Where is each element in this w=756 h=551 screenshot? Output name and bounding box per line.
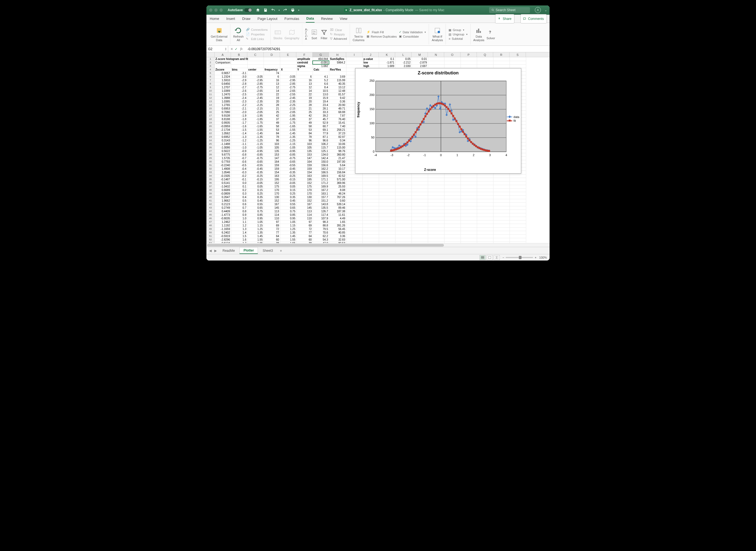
cell-C51[interactable]: 1.45 [247,234,264,238]
cell-A11[interactable]: 1.2470 [215,93,231,96]
cell-P39[interactable] [461,192,477,195]
cell-H7[interactable]: 115.99 [329,78,346,82]
cell-G14[interactable]: 23.4 [313,103,329,107]
row-header[interactable]: 42 [206,202,215,206]
cell-K2[interactable]: -1.871 [379,61,395,64]
cell-D33[interactable]: 154 [264,170,280,174]
cell-D17[interactable]: 42 [264,114,280,117]
save-icon[interactable] [263,8,268,12]
cell-E31[interactable]: -0.55 [280,163,296,167]
cell-L40[interactable] [395,195,411,199]
cell-G5[interactable] [313,71,329,75]
row-header[interactable]: 16 [206,110,215,114]
cell-P34[interactable] [461,174,477,178]
cell-E1[interactable] [280,57,296,61]
cell-C47[interactable]: 1.05 [247,220,264,224]
cell-B29[interactable]: -0.7 [231,156,247,160]
column-header-C[interactable]: C [247,52,264,57]
cell-P3[interactable] [461,64,477,68]
cell-J52[interactable] [362,238,379,241]
cell-L43[interactable] [395,206,411,209]
row-header[interactable]: 21 [206,128,215,132]
cell-O40[interactable] [444,195,461,199]
cell-C31[interactable]: -0.55 [247,163,264,167]
cell-J39[interactable] [362,192,379,195]
cell-G25[interactable]: 106.2 [313,142,329,146]
cell-A28[interactable]: 9.8775 [215,153,231,156]
cell-B27[interactable]: -0.9 [231,149,247,153]
cell-K49[interactable] [379,227,395,231]
cell-H32[interactable]: 10.17 [329,167,346,170]
edit-links-button[interactable]: ✎Edit Links [246,37,268,41]
cell-N46[interactable] [428,217,444,220]
cell-D43[interactable]: 145 [264,206,280,209]
cell-E39[interactable]: 0.25 [280,192,296,195]
row-header[interactable]: 33 [206,170,215,174]
cell-F6[interactable]: 6 [296,75,313,78]
row-header[interactable]: 23 [206,135,215,139]
row-header[interactable]: 6 [206,75,215,78]
cell-D26[interactable]: 105 [264,146,280,149]
cell-B13[interactable]: -2.3 [231,100,247,103]
cell-D24[interactable]: 96 [264,139,280,142]
cell-H35[interactable]: 571.00 [329,178,346,181]
row-header[interactable]: 13 [206,100,215,103]
cell-Q3[interactable] [477,64,493,68]
cell-D1[interactable] [264,57,280,61]
cell-G26[interactable]: 115.7 [313,146,329,149]
cell-I48[interactable] [346,224,362,227]
row-header[interactable]: 50 [206,231,215,234]
cell-O35[interactable] [444,178,461,181]
view-page-layout-button[interactable] [487,255,493,260]
column-header-D[interactable]: D [264,52,280,57]
cell-C27[interactable]: -0.95 [247,149,264,153]
cell-K43[interactable] [379,206,395,209]
cell-F52[interactable]: 60 [296,238,313,241]
row-header[interactable]: 4 [206,68,215,71]
cell-H3[interactable] [329,64,346,68]
cell-P44[interactable] [461,209,477,213]
cell-S3[interactable] [510,64,526,68]
cell-A40[interactable]: 0.2647 [215,195,231,199]
cell-A50[interactable]: 6.2402 [215,231,231,234]
cell-N1[interactable] [428,57,444,61]
cell-K3[interactable]: 1.689 [379,64,395,68]
cell-B11[interactable]: -2.5 [231,93,247,96]
cell-D12[interactable]: 19 [264,96,280,100]
cell-F27[interactable]: 135 [296,149,313,153]
cell-E9[interactable]: -2.75 [280,86,296,89]
cell-B44[interactable]: 0.8 [231,209,247,213]
cell-A35[interactable]: -0.1487 [215,178,231,181]
consolidate-button[interactable]: ▣Consolidate [399,34,426,38]
cell-H48[interactable]: 391.26 [329,224,346,227]
row-header[interactable]: 49 [206,227,215,231]
stocks-button[interactable]: Stocks [273,28,282,40]
cell-H27[interactable]: 98.76 [329,149,346,153]
cell-B38[interactable]: 0.2 [231,188,247,192]
column-header-N[interactable]: N [428,52,444,57]
cell-G52[interactable]: 54.3 [313,238,329,241]
cell-G38[interactable]: 167.2 [313,188,329,192]
cell-O45[interactable] [444,213,461,217]
cell-C10[interactable]: -2.65 [247,89,264,93]
fx-icon[interactable]: fx [240,47,243,51]
cell-R45[interactable] [493,213,510,217]
cell-K40[interactable] [379,195,395,199]
cell-H26[interactable]: 115.00 [329,146,346,149]
cell-I3[interactable] [346,64,362,68]
cell-E34[interactable]: -0.25 [280,174,296,178]
cell-D42[interactable]: 167 [264,202,280,206]
cell-D34[interactable]: 163 [264,174,280,178]
sheet-nav-prev[interactable]: ◀ [208,249,213,252]
cell-L36[interactable] [395,181,411,185]
cell-J40[interactable] [362,195,379,199]
column-header-L[interactable]: L [395,52,411,57]
cell-H50[interactable]: 40.85 [329,231,346,234]
cell-Q38[interactable] [477,188,493,192]
cell-G47[interactable]: 98.3 [313,220,329,224]
cell-H37[interactable]: 25.93 [329,185,346,188]
cell-L34[interactable] [395,174,411,178]
cell-E23[interactable]: -1.35 [280,135,296,139]
cell-D51[interactable]: 64 [264,234,280,238]
cell-G10[interactable]: 10.5 [313,89,329,93]
